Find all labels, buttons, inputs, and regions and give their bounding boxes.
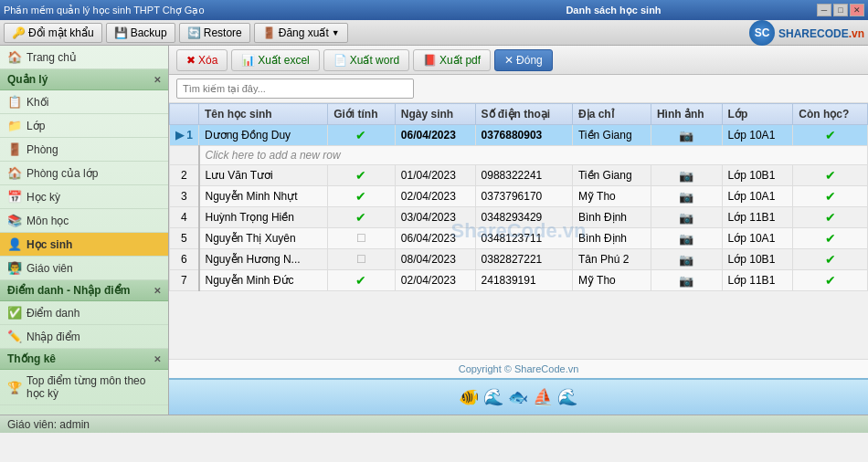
sidebar-item-phong[interactable]: 🚪 Phòng [0, 138, 168, 162]
table-row[interactable]: 2Lưu Văn Tươi✔01/04/20230988322241Tiền G… [170, 165, 868, 186]
student-image[interactable]: 📷 [651, 186, 722, 207]
student-active[interactable]: ✔ [793, 249, 868, 270]
student-active[interactable]: ✔ [793, 125, 868, 146]
sidebar-item-top-diem[interactable]: 🏆 Top điểm từng môn theo học kỳ [0, 370, 168, 405]
student-image[interactable]: 📷 [651, 165, 722, 186]
maximize-button[interactable]: □ [833, 4, 848, 16]
sidebar-item-hoc-sinh[interactable]: 👤 Học sinh [0, 233, 168, 257]
sidebar-item-hoc-ky[interactable]: 📅 Học kỳ [0, 185, 168, 209]
col-active[interactable]: Còn học? [793, 104, 868, 125]
student-image[interactable]: 📷 [651, 125, 722, 146]
sidebar-item-mon-hoc[interactable]: 📚 Môn học [0, 209, 168, 233]
student-phone: 0373796170 [475, 186, 572, 207]
sidebar-item-phong-cua-lop[interactable]: 🏠 Phòng của lớp [0, 162, 168, 185]
sidebar-item-lop[interactable]: 📁 Lớp [0, 114, 168, 138]
window-controls: ─ □ ✕ [817, 4, 864, 16]
top-diem-icon: 🏆 [7, 381, 22, 394]
table-row[interactable]: ▶ 1Dương Đồng Duy✔06/04/20230376880903Ti… [170, 125, 868, 146]
student-phone: 0382827221 [475, 249, 572, 270]
status-text: Giáo viên: admin [7, 418, 90, 431]
sidebar-section-quanly[interactable]: Quản lý ✕ [0, 69, 168, 90]
table-row[interactable]: 4Huỳnh Trọng Hiền✔03/04/20230348293429Bì… [170, 207, 868, 228]
change-password-button[interactable]: 🔑 Đổi mật khẩu [4, 23, 102, 43]
sidebar-diem-danh-label: Điểm danh [26, 307, 79, 320]
table-row[interactable]: 3Nguyễn Minh Nhựt✔02/04/20230373796170Mỹ… [170, 186, 868, 207]
restore-button[interactable]: 🔄 Restore [179, 23, 250, 43]
student-active[interactable]: ✔ [793, 186, 868, 207]
student-image[interactable]: 📷 [651, 207, 722, 228]
row-number: 7 [170, 270, 199, 291]
sidebar-item-giao-vien[interactable]: 👨‍🏫 Giáo viên [0, 257, 168, 280]
toolbar: 🔑 Đổi mật khẩu 💾 Backup 🔄 Restore 🚪 Đăng… [0, 20, 868, 46]
window-title: Danh sách học sinh [410, 5, 817, 16]
student-image[interactable]: 📷 [651, 270, 722, 291]
camera-icon: 📷 [679, 274, 693, 288]
gender-check: ✔ [355, 128, 366, 142]
backup-button[interactable]: 💾 Backup [106, 23, 175, 43]
key-icon: 🔑 [12, 26, 26, 39]
student-active[interactable]: ✔ [793, 228, 868, 249]
student-phone: 0376880903 [475, 125, 572, 146]
table-row[interactable]: 5Nguyễn Thị Xuyên☐06/04/20230348123711Bì… [170, 228, 868, 249]
sidebar-hoc-sinh-label: Học sinh [26, 238, 72, 251]
student-active[interactable]: ✔ [793, 270, 868, 291]
col-address[interactable]: Địa chỉ [572, 104, 651, 125]
close-button[interactable]: ✕ Đóng [494, 49, 553, 71]
sidebar-item-diem-danh[interactable]: ✅ Điểm danh [0, 301, 168, 325]
student-active[interactable]: ✔ [793, 207, 868, 228]
student-dob: 02/04/2023 [395, 186, 475, 207]
sidebar-mon-hoc-label: Môn học [26, 215, 69, 227]
student-image[interactable]: 📷 [651, 228, 722, 249]
col-dob[interactable]: Ngày sinh [395, 104, 475, 125]
student-gender[interactable]: ✔ [328, 125, 396, 146]
search-input[interactable] [176, 79, 414, 99]
sidebar-section-thongke-label: Thống kê [7, 352, 56, 365]
gender-uncheck: ☐ [356, 253, 366, 266]
export-word-button[interactable]: 📄 Xuất word [323, 49, 409, 71]
student-address: Tiền Giang [572, 125, 651, 146]
close-button[interactable]: ✕ [850, 4, 864, 16]
hoc-ky-icon: 📅 [7, 190, 22, 204]
col-name[interactable]: Tên học sinh [199, 104, 328, 125]
col-image[interactable]: Hình ảnh [651, 104, 722, 125]
student-class: Lớp 10B1 [722, 249, 793, 270]
sidebar-section-thongke[interactable]: Thống kê ✕ [0, 349, 168, 370]
student-gender[interactable]: ✔ [328, 270, 396, 291]
camera-icon: 📷 [679, 253, 693, 267]
sidebar-section-diemdanh[interactable]: Điểm danh - Nhập điểm ✕ [0, 280, 168, 301]
sidebar-hoc-ky-label: Học kỳ [26, 191, 60, 204]
col-phone[interactable]: Số điện thoại [475, 104, 572, 125]
student-gender[interactable]: ✔ [328, 207, 396, 228]
sidebar-section-thongke-toggle[interactable]: ✕ [153, 354, 161, 364]
table-row[interactable]: 6Nguyễn Hương N...☐08/04/20230382827221T… [170, 249, 868, 270]
student-gender[interactable]: ☐ [328, 249, 396, 270]
camera-icon: 📷 [679, 232, 693, 246]
new-row-hint[interactable]: Click here to add a new row [170, 146, 868, 165]
delete-button[interactable]: ✖ Xóa [176, 49, 228, 71]
export-excel-button[interactable]: 📊 Xuất excel [231, 49, 319, 71]
student-gender[interactable]: ✔ [328, 186, 396, 207]
student-image[interactable]: 📷 [651, 249, 722, 270]
student-address: Tân Phú 2 [572, 249, 651, 270]
export-pdf-button[interactable]: 📕 Xuất pdf [413, 49, 491, 71]
sidebar-item-khoi[interactable]: 📋 Khối [0, 90, 168, 114]
sidebar-item-home[interactable]: 🏠 Trang chủ [0, 46, 168, 69]
active-check: ✔ [825, 189, 836, 204]
minimize-button[interactable]: ─ [817, 4, 831, 16]
student-dob: 02/04/2023 [395, 270, 475, 291]
student-gender[interactable]: ☐ [328, 228, 396, 249]
sidebar-item-nhap-diem[interactable]: ✏️ Nhập điểm [0, 325, 168, 349]
row-number: ▶ 1 [170, 125, 199, 146]
col-gender[interactable]: Giới tính [328, 104, 396, 125]
active-check: ✔ [825, 231, 836, 246]
sidebar-section-diemdanh-toggle[interactable]: ✕ [153, 286, 161, 296]
table-row[interactable]: 7Nguyễn Minh Đức✔02/04/2023241839191Mỹ T… [170, 270, 868, 291]
student-active[interactable]: ✔ [793, 165, 868, 186]
active-check: ✔ [825, 128, 836, 142]
logout-button[interactable]: 🚪 Đăng xuất ▼ [254, 23, 348, 43]
phong-cua-lop-icon: 🏠 [7, 166, 22, 180]
student-gender[interactable]: ✔ [328, 165, 396, 186]
col-class[interactable]: Lớp [722, 104, 793, 125]
student-dob: 06/04/2023 [395, 228, 475, 249]
sidebar-section-quanly-toggle[interactable]: ✕ [153, 75, 161, 85]
